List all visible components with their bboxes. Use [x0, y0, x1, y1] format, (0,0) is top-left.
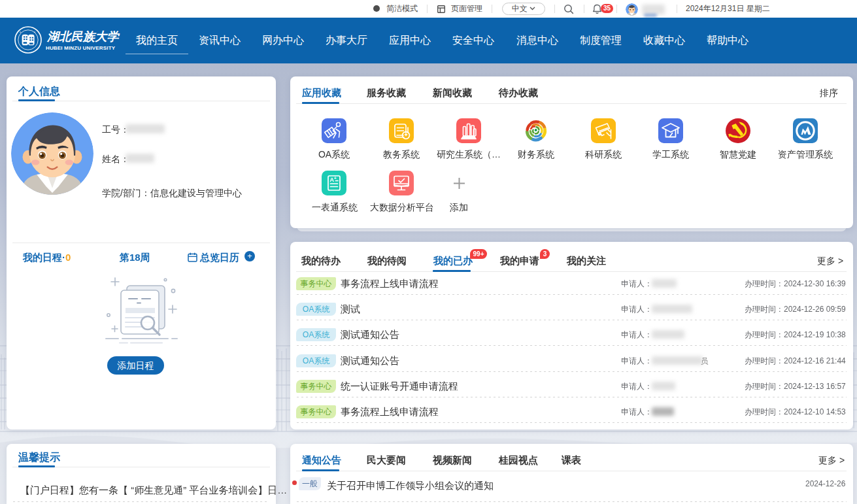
svg-text:●: ●: [34, 31, 35, 33]
svg-text:●: ●: [20, 31, 21, 33]
svg-text:+: +: [334, 176, 337, 180]
